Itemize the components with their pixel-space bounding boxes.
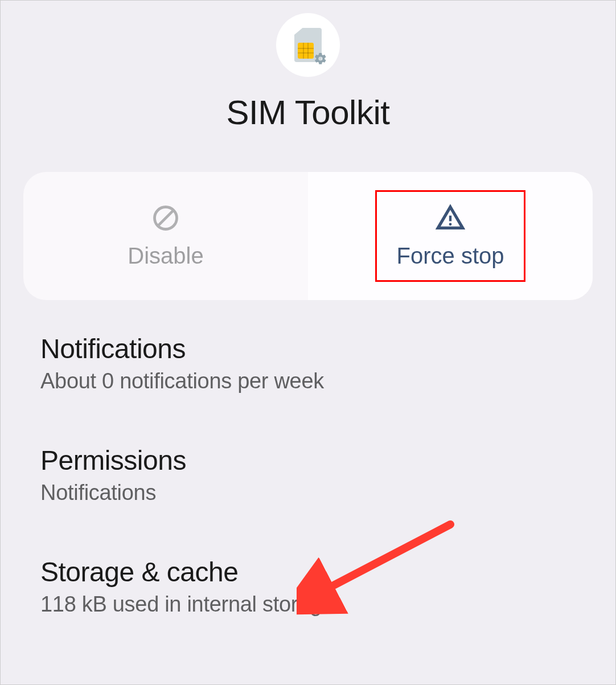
settings-list: Notifications About 0 notifications per … bbox=[23, 333, 593, 617]
disable-label: Disable bbox=[128, 243, 203, 269]
gear-icon bbox=[314, 52, 327, 65]
setting-title: Storage & cache bbox=[40, 556, 576, 588]
app-title: SIM Toolkit bbox=[227, 93, 390, 132]
setting-title: Notifications bbox=[40, 333, 576, 364]
setting-title: Permissions bbox=[40, 445, 576, 476]
force-stop-label: Force stop bbox=[397, 243, 504, 269]
setting-subtitle: About 0 notifications per week bbox=[40, 369, 576, 393]
setting-subtitle: Notifications bbox=[40, 481, 576, 505]
disable-icon bbox=[151, 203, 180, 233]
svg-point-3 bbox=[449, 223, 452, 225]
disable-button: Disable bbox=[23, 172, 308, 300]
svg-line-1 bbox=[158, 210, 174, 226]
warning-icon bbox=[436, 203, 465, 233]
permissions-item[interactable]: Permissions Notifications bbox=[40, 445, 576, 505]
force-stop-button[interactable]: Force stop bbox=[308, 172, 593, 300]
app-icon bbox=[276, 13, 340, 77]
sim-card-icon bbox=[294, 28, 322, 62]
notifications-item[interactable]: Notifications About 0 notifications per … bbox=[40, 333, 576, 393]
setting-subtitle: 118 kB used in internal storage bbox=[40, 592, 576, 617]
action-button-row: Disable Force stop bbox=[23, 172, 593, 300]
storage-cache-item[interactable]: Storage & cache 118 kB used in internal … bbox=[40, 556, 576, 617]
